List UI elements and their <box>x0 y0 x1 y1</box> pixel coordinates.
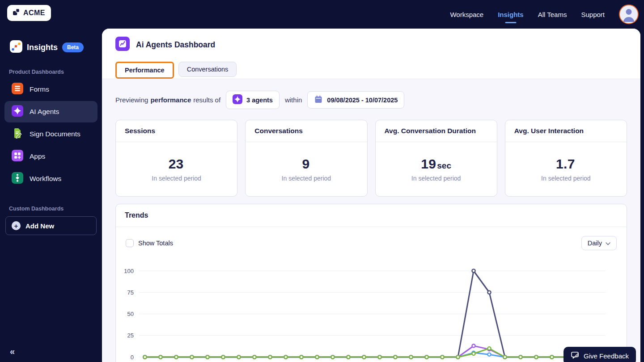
chevron-down-icon <box>606 240 610 247</box>
dashboard-header: Ai Agents Dashboard Performance Conversa… <box>102 29 640 79</box>
metric-card-sessions: Sessions 23 In selected period <box>115 120 237 197</box>
dashboard-icon <box>115 37 130 53</box>
section-label-custom-dashboards: Custom Dashboards <box>9 206 102 212</box>
beta-badge: Beta <box>62 42 84 52</box>
acme-logo-icon <box>12 8 20 18</box>
collapse-sidebar-icon[interactable]: « <box>10 346 15 357</box>
show-totals-checkbox[interactable] <box>126 239 134 247</box>
plus-icon: + <box>12 221 21 230</box>
sidebar-item-workflows[interactable]: Workflows <box>4 168 97 189</box>
within-label: within <box>285 96 302 104</box>
tab-conversations[interactable]: Conversations <box>178 62 237 77</box>
section-label-product-dashboards: Product Dashboards <box>9 69 102 75</box>
agent-sparkle-icon <box>233 94 242 105</box>
nav-support[interactable]: Support <box>581 0 605 29</box>
svg-text:100: 100 <box>124 268 134 274</box>
show-totals-label: Show Totals <box>138 240 173 247</box>
workflows-icon <box>12 172 23 185</box>
trends-chart: 0255075100 <box>121 260 627 362</box>
svg-text:75: 75 <box>127 289 134 296</box>
sidebar-item-apps[interactable]: Apps <box>4 146 97 167</box>
user-avatar[interactable] <box>619 4 639 24</box>
sessions-value: 23 <box>169 156 184 172</box>
calendar-icon <box>314 95 323 105</box>
trends-card: Trends Show Totals Daily 0255075100 <box>115 204 627 362</box>
tab-performance[interactable]: Performance <box>117 63 173 77</box>
metric-card-conversations: Conversations 9 In selected period <box>245 120 367 197</box>
filter-bar: Previewing performance results of 3 agen… <box>115 91 627 109</box>
svg-text:0: 0 <box>131 354 134 361</box>
person-icon <box>620 5 638 23</box>
tab-bar: Performance Conversations <box>115 62 627 79</box>
add-new-button[interactable]: + Add New <box>5 216 97 235</box>
dashboard-content: Previewing performance results of 3 agen… <box>102 79 640 362</box>
avg-interaction-value: 1.7 <box>556 156 575 172</box>
nav-insights[interactable]: Insights <box>498 0 524 29</box>
metric-card-avg-duration: Avg. Conversation Duration 19sec In sele… <box>375 120 497 197</box>
apps-icon <box>12 150 23 163</box>
svg-text:50: 50 <box>127 311 134 317</box>
feedback-icon <box>571 351 580 361</box>
page-title: Ai Agents Dashboard <box>136 40 215 50</box>
svg-text:25: 25 <box>127 332 134 339</box>
sidebar-item-forms[interactable]: Forms <box>4 79 97 100</box>
trends-title: Trends <box>116 204 627 227</box>
agents-select-button[interactable]: 3 agents <box>226 91 280 109</box>
sign-documents-icon <box>12 127 23 141</box>
insights-app-icon <box>10 40 22 55</box>
interval-select[interactable]: Daily <box>581 236 617 250</box>
top-navigation: Workspace Insights All Teams Support <box>450 0 639 29</box>
show-totals-control: Show Totals <box>126 239 173 247</box>
nav-all-teams[interactable]: All Teams <box>538 0 567 29</box>
metric-cards-row: Sessions 23 In selected period Conversat… <box>115 120 627 197</box>
metric-card-avg-interaction: Avg. User Interaction 1.7 In selected pe… <box>505 120 627 197</box>
sidebar-app-header: Insights Beta <box>10 40 95 55</box>
ai-agents-icon <box>12 105 23 118</box>
acme-logo[interactable]: ACME <box>7 5 51 21</box>
avg-duration-value: 19 <box>421 156 436 172</box>
acme-logo-text: ACME <box>23 9 45 17</box>
highlight-annotation: Performance <box>115 62 174 79</box>
sidebar-app-title: Insights <box>27 43 58 52</box>
sidebar-item-ai-agents[interactable]: AI Agents <box>4 101 97 122</box>
forms-icon <box>12 83 23 96</box>
conversations-value: 9 <box>302 156 309 172</box>
date-range-button[interactable]: 09/08/2025 - 10/07/2025 <box>307 91 404 109</box>
main-panel: Ai Agents Dashboard Performance Conversa… <box>102 29 640 362</box>
sidebar-item-sign-documents[interactable]: Sign Documents <box>4 123 97 145</box>
nav-workspace[interactable]: Workspace <box>450 0 483 29</box>
top-bar: ACME Workspace Insights All Teams Suppor… <box>0 0 644 29</box>
give-feedback-button[interactable]: Give Feedback <box>564 347 636 362</box>
sidebar: Insights Beta Product Dashboards Forms A… <box>0 29 102 362</box>
filter-phrase: Previewing performance results of <box>115 96 220 104</box>
